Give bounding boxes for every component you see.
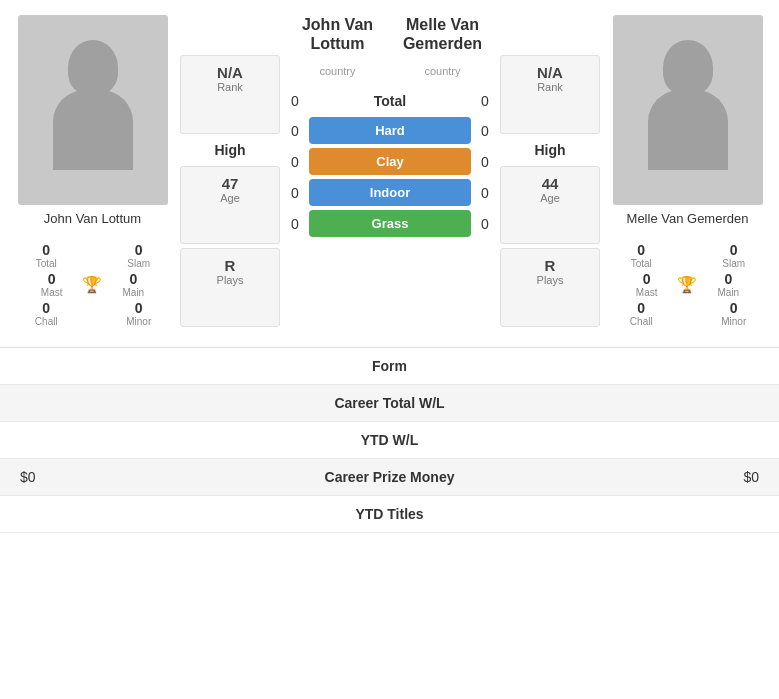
- surface-left-score-2: 0: [285, 185, 305, 201]
- left-stat-slam-lbl: Slam: [127, 258, 150, 269]
- bottom-row-2: YTD W/L: [0, 422, 779, 459]
- main-container: John Van Lottum 0 Total 0 Slam 0 Mast: [0, 0, 779, 533]
- right-stat-slam-val: 0: [730, 242, 738, 258]
- right-country: country: [390, 61, 495, 79]
- left-stat-chall-lbl: Chall: [35, 316, 58, 327]
- right-stat-chall-val: 0: [637, 300, 645, 316]
- right-stat-mast-lbl: Mast: [636, 287, 658, 298]
- surface-right-score-1: 0: [475, 154, 495, 170]
- bottom-label-1: Career Total W/L: [266, 395, 512, 411]
- right-stat-minor-lbl: Minor: [721, 316, 746, 327]
- right-high: High: [500, 138, 600, 162]
- right-center-name: Melle Van Gemerden: [390, 15, 495, 53]
- total-label: Total: [305, 89, 475, 113]
- surface-left-score-0: 0: [285, 123, 305, 139]
- bottom-label-3: Career Prize Money: [266, 469, 512, 485]
- left-stat-mast-lbl: Mast: [41, 287, 63, 298]
- right-age-label: Age: [513, 192, 587, 204]
- surface-left-score-1: 0: [285, 154, 305, 170]
- left-stat-total-lbl: Total: [36, 258, 57, 269]
- left-stat-chall-cell: 0 Chall: [5, 300, 88, 327]
- bottom-label-2: YTD W/L: [266, 432, 512, 448]
- total-right-score: 0: [475, 93, 495, 109]
- surface-btn-indoor[interactable]: Indoor: [309, 179, 471, 206]
- left-stat-slam-cell: 0 Slam: [98, 242, 181, 269]
- right-stat-slam-lbl: Slam: [722, 258, 745, 269]
- surface-right-score-2: 0: [475, 185, 495, 201]
- left-stat-main-lbl: Main: [122, 287, 144, 298]
- right-stat-chall-cell: 0 Chall: [600, 300, 683, 327]
- surface-btn-hard[interactable]: Hard: [309, 117, 471, 144]
- total-left-score: 0: [285, 93, 305, 109]
- left-trophy-icon: 🏆: [82, 275, 102, 294]
- total-row: 0 Total 0: [285, 89, 495, 113]
- surface-rows: 0 Hard 0 0 Clay 0 0 Indoor 0 0 Grass 0: [285, 117, 495, 241]
- left-plays-panel: R Plays: [180, 248, 280, 327]
- left-player-stats: 0 Total 0 Slam 0 Mast 🏆 0: [5, 242, 180, 327]
- left-trophy-row: 0 Mast 🏆 0 Main: [5, 271, 180, 298]
- left-center-name: John Van Lottum: [285, 15, 390, 53]
- left-age-label: Age: [193, 192, 267, 204]
- surface-row-indoor: 0 Indoor 0: [285, 179, 495, 206]
- right-plays-value: R: [513, 257, 587, 274]
- right-player-stats: 0 Total 0 Slam 0 Mast 🏆 0: [600, 242, 775, 327]
- bottom-row-1: Career Total W/L: [0, 385, 779, 422]
- right-avatar: [613, 15, 763, 205]
- right-age-value: 44: [513, 175, 587, 192]
- right-trophy-icon: 🏆: [677, 275, 697, 294]
- left-stat-main-val: 0: [129, 271, 137, 287]
- right-stat-slam-cell: 0 Slam: [693, 242, 776, 269]
- left-age-value: 47: [193, 175, 267, 192]
- left-stat-minor-lbl: Minor: [126, 316, 151, 327]
- surface-left-score-3: 0: [285, 216, 305, 232]
- bottom-left-3: $0: [20, 469, 266, 485]
- names-row: John Van Lottum Melle Van Gemerden: [285, 15, 495, 53]
- bottom-row-0: Form: [0, 348, 779, 385]
- right-age-panel: 44 Age: [500, 166, 600, 245]
- left-country: country: [285, 61, 390, 79]
- left-stat-minor-cell: 0 Minor: [98, 300, 181, 327]
- left-player-section: John Van Lottum 0 Total 0 Slam 0 Mast: [5, 15, 180, 327]
- bottom-label-4: YTD Titles: [266, 506, 512, 522]
- right-stat-minor-val: 0: [730, 300, 738, 316]
- surface-btn-clay[interactable]: Clay: [309, 148, 471, 175]
- right-info-panels: N/A Rank High 44 Age R Plays: [500, 55, 600, 327]
- left-stat-minor-val: 0: [135, 300, 143, 316]
- left-rank-value: N/A: [193, 64, 267, 81]
- bottom-label-0: Form: [266, 358, 512, 374]
- left-stat-total-val: 0: [42, 242, 50, 258]
- left-stat-mast-val: 0: [48, 271, 56, 287]
- surface-row-clay: 0 Clay 0: [285, 148, 495, 175]
- bottom-row-4: YTD Titles: [0, 496, 779, 533]
- left-plays-label: Plays: [193, 274, 267, 286]
- left-avatar: [18, 15, 168, 205]
- surface-right-score-3: 0: [475, 216, 495, 232]
- right-rank-panel: N/A Rank: [500, 55, 600, 134]
- right-player-name: Melle Van Gemerden: [627, 211, 749, 226]
- right-plays-panel: R Plays: [500, 248, 600, 327]
- right-stat-total-lbl: Total: [631, 258, 652, 269]
- comparison-area: John Van Lottum 0 Total 0 Slam 0 Mast: [0, 0, 779, 327]
- right-plays-label: Plays: [513, 274, 587, 286]
- left-info-panels: N/A Rank High 47 Age R Plays: [180, 55, 280, 327]
- right-stat-mast-val: 0: [643, 271, 651, 287]
- left-age-panel: 47 Age: [180, 166, 280, 245]
- left-plays-value: R: [193, 257, 267, 274]
- left-rank-panel: N/A Rank: [180, 55, 280, 134]
- bottom-right-3: $0: [513, 469, 759, 485]
- bottom-row-3: $0 Career Prize Money $0: [0, 459, 779, 496]
- surfaces-container: John Van Lottum Melle Van Gemerden count…: [280, 15, 500, 327]
- right-trophy-row: 0 Mast 🏆 0 Main: [600, 271, 775, 298]
- left-high: High: [180, 138, 280, 162]
- right-rank-value: N/A: [513, 64, 587, 81]
- left-stat-slam-val: 0: [135, 242, 143, 258]
- right-stat-total-cell: 0 Total: [600, 242, 683, 269]
- bottom-rows: Form Career Total W/L YTD W/L $0 Career …: [0, 347, 779, 533]
- right-stat-total-val: 0: [637, 242, 645, 258]
- right-rank-label: Rank: [513, 81, 587, 93]
- surface-btn-grass[interactable]: Grass: [309, 210, 471, 237]
- left-stat-chall-val: 0: [42, 300, 50, 316]
- right-player-section: Melle Van Gemerden 0 Total 0 Slam 0 Mast: [600, 15, 775, 327]
- right-stat-minor-cell: 0 Minor: [693, 300, 776, 327]
- surface-row-grass: 0 Grass 0: [285, 210, 495, 237]
